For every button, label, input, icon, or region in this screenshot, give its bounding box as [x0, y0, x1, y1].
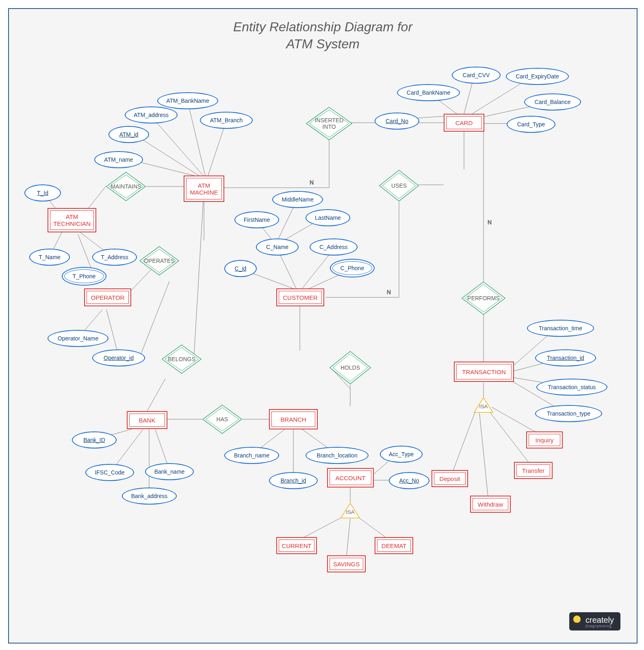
svg-line-63	[346, 519, 350, 559]
entity-deposit: Deposit	[432, 470, 468, 487]
attr-atm-branch: ATM_Branch	[200, 112, 253, 129]
attr-ifsc: IFSC_Code	[85, 464, 134, 481]
rel-performs: PERFORMS	[461, 281, 506, 315]
svg-line-30	[150, 115, 203, 176]
attr-t-id: T_Id	[24, 184, 61, 202]
attr-bank-id: Bank_ID	[72, 431, 117, 448]
attr-c-address: C_Address	[310, 238, 358, 256]
attr-card-type: Card_Type	[507, 116, 555, 133]
isa-account: ISA	[340, 503, 360, 519]
attr-c-id: C_id	[224, 260, 257, 277]
svg-text:N: N	[310, 179, 314, 186]
attr-middlename: MiddleName	[272, 191, 323, 208]
attr-c-name: C_Name	[256, 238, 299, 256]
entity-deemat: DEEMAT	[375, 537, 413, 554]
attr-atm-id: ATM_id	[108, 126, 149, 143]
attr-branch-id: Branch_id	[269, 472, 318, 489]
attr-card-balance: Card_Balance	[524, 93, 581, 110]
svg-line-31	[188, 102, 205, 176]
attr-trans-type: Transaction_type	[535, 405, 602, 422]
attr-operator-id: Operator_id	[92, 349, 145, 366]
attr-acc-type: Acc_Type	[380, 446, 423, 463]
svg-text:N: N	[387, 289, 391, 295]
attr-atm-bankname: ATM_BankName	[157, 92, 218, 109]
attr-atm-name: ATM_name	[94, 151, 143, 168]
entity-inquiry: Inquiry	[526, 431, 563, 448]
entity-withdraw: Withdraw	[470, 496, 511, 513]
diagram-frame: Entity Relationship Diagram for ATM Syst…	[8, 8, 637, 644]
attr-t-name: T_Name	[29, 249, 70, 266]
svg-line-32	[208, 121, 226, 176]
logo-brand: creately	[585, 615, 614, 624]
attr-trans-id: Transaction_id	[535, 349, 596, 366]
attr-card-expiry: Card_ExpiryDate	[506, 68, 569, 85]
attr-card-bankname: Card_BankName	[397, 84, 460, 101]
attr-atm-address: ATM_address	[125, 106, 178, 124]
entity-transaction: TRANSACTION	[454, 362, 514, 382]
attr-trans-status: Transaction_status	[536, 379, 607, 396]
attr-branch-name: Branch_name	[224, 447, 279, 464]
attr-bank-name: Bank_name	[145, 463, 194, 480]
logo-sub: Diagramming	[585, 624, 614, 628]
entity-atm-machine: ATM MACHINE	[184, 176, 224, 202]
attr-operator-name: Operator_Name	[48, 330, 108, 347]
rel-uses: USES	[379, 169, 419, 202]
attr-card-cvv: Card_CVV	[452, 67, 501, 84]
rel-has: HAS	[202, 404, 243, 434]
rel-belongs: BELONGS	[161, 344, 202, 374]
attr-branch-loc: Branch_location	[306, 447, 369, 464]
attr-t-phone: T_Phone	[62, 267, 106, 286]
entity-customer: CUSTOMER	[276, 288, 324, 306]
attr-lastname: LastName	[306, 209, 350, 226]
svg-line-5	[194, 202, 203, 359]
attr-firstname: FirstName	[234, 211, 279, 228]
entity-branch: BRANCH	[269, 409, 318, 429]
rel-maintains: MAINTAINS	[106, 171, 146, 202]
rel-holds: HOLDS	[329, 351, 371, 385]
entity-atm-technician: ATM TECHNICIAN	[48, 208, 96, 232]
entity-transfer: Transfer	[514, 462, 553, 479]
isa-transaction: ISA	[473, 397, 494, 413]
attr-trans-time: Transaction_time	[527, 320, 594, 337]
svg-text:N: N	[488, 219, 492, 225]
attr-acc-no: Acc_No	[389, 472, 429, 489]
creately-logo: creately Diagramming	[569, 612, 620, 630]
entity-current: CURRENT	[276, 537, 317, 554]
entity-bank: BANK	[127, 411, 167, 429]
attr-bank-address: Bank_address	[122, 488, 177, 505]
rel-inserted-into: INSERTED INTO	[306, 106, 353, 141]
attr-c-phone: C_Phone	[330, 259, 375, 277]
entity-savings: SAVINGS	[327, 555, 366, 572]
rel-operates: OPERATES	[139, 246, 180, 276]
attr-card-no: Card_No	[375, 113, 419, 130]
entity-account: ACCOUNT	[327, 468, 374, 488]
svg-line-67	[479, 413, 488, 500]
entity-card: CARD	[444, 114, 484, 132]
svg-line-66	[451, 411, 475, 476]
entity-operator: OPERATOR	[84, 288, 131, 306]
lightbulb-icon	[573, 615, 581, 623]
attr-t-address: T_Address	[92, 249, 137, 266]
svg-line-6	[147, 379, 165, 411]
